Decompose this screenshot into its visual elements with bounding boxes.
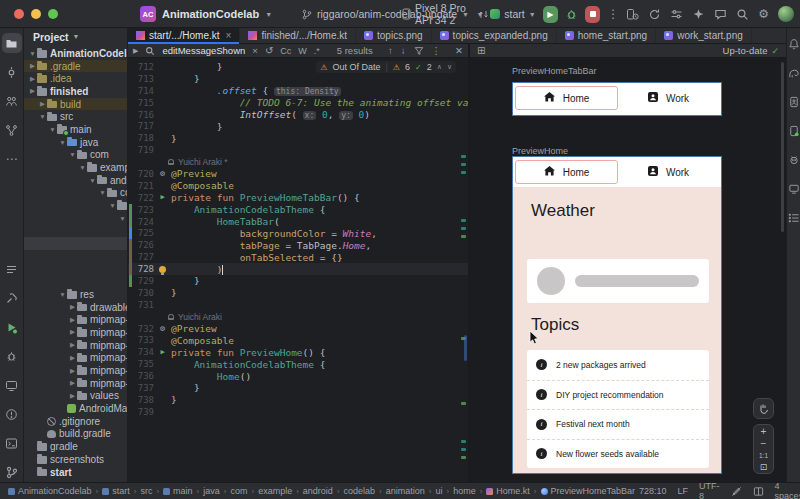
breadcrumb-item[interactable]: Home.kt xyxy=(486,486,530,496)
running-devices-tool-icon[interactable] xyxy=(2,375,22,395)
tree-item-animation[interactable]: ▼animation xyxy=(24,199,127,212)
search-icon[interactable] xyxy=(736,8,749,21)
git-tool-icon[interactable] xyxy=(2,462,22,482)
zoom-ratio-button[interactable]: 1:1 xyxy=(754,449,773,461)
tree-item-mipmap-xhdpi[interactable]: ▶mipmap-xhdpi xyxy=(24,352,127,365)
preview-scrollbar[interactable] xyxy=(781,62,784,232)
chevron-down-icon[interactable]: ▼ xyxy=(38,113,47,120)
tree-item-home-kt[interactable]: Home.kt xyxy=(24,237,128,250)
tree-item-home[interactable]: ▼home xyxy=(24,225,128,238)
tree-item-android[interactable]: ▼android xyxy=(24,174,127,187)
chevron-right-icon[interactable]: ▶ xyxy=(68,392,77,400)
tree-item--gradle[interactable]: ▶.gradle xyxy=(24,60,127,73)
tree-item-gradle[interactable]: gradle xyxy=(24,440,127,453)
chevron-down-icon[interactable]: ▼ xyxy=(78,164,87,171)
zoom-in-button[interactable]: + xyxy=(754,425,773,437)
next-problem-icon[interactable]: ∨ xyxy=(447,63,452,71)
tree-item-codelab[interactable]: ▼codelab xyxy=(24,187,127,200)
tree-item-start[interactable]: start xyxy=(24,466,127,479)
device-manager-icon[interactable] xyxy=(784,92,800,112)
stripe-mark[interactable] xyxy=(461,219,466,222)
run-button[interactable]: ▶ xyxy=(543,6,558,23)
chevron-down-icon[interactable]: ▼ xyxy=(58,291,67,298)
tree-item-finished[interactable]: ▶finished xyxy=(24,85,127,98)
grid-view-icon[interactable]: ⊞ xyxy=(477,45,485,56)
run-tool-icon[interactable] xyxy=(2,317,22,337)
search-input[interactable]: editMessageShown xyxy=(162,45,245,56)
tree-item-com[interactable]: ▼com xyxy=(24,149,127,162)
stripe-mark[interactable] xyxy=(461,227,466,230)
breadcrumb-item[interactable]: home xyxy=(453,486,476,496)
reader-mode-icon[interactable] xyxy=(753,486,764,497)
chevron-right-icon[interactable]: ▶ xyxy=(68,316,77,324)
breadcrumb-item[interactable]: AnimationCodelab xyxy=(8,486,92,496)
stripe-mark[interactable] xyxy=(461,163,466,166)
chevron-down-icon[interactable]: ▼ xyxy=(68,151,77,158)
code-line-728[interactable]: 728 ) xyxy=(128,263,468,275)
editor-tab[interactable]: home_start.png xyxy=(557,28,657,43)
editor-tab[interactable]: topics_expanded.png xyxy=(432,28,557,43)
chevron-right-icon[interactable]: ▶ xyxy=(38,100,47,108)
code-line-730[interactable]: 730} xyxy=(128,287,468,299)
tree-item-build[interactable]: ▶build xyxy=(24,98,127,111)
editor-tab[interactable]: topics.png xyxy=(356,28,432,43)
breadcrumb-item[interactable]: codelab xyxy=(344,486,376,496)
terminal-tool-icon[interactable] xyxy=(2,433,22,453)
tree-item-build-gradle[interactable]: build.gradle xyxy=(24,428,127,441)
preview-settings-gutter-icon[interactable]: ⚙ xyxy=(156,168,169,179)
close-tab-icon[interactable]: × xyxy=(226,30,232,41)
tree-item-mipmap-xxxhdp[interactable]: ▶mipmap-xxxhdp xyxy=(24,377,127,390)
search-history-icon[interactable]: ↺ xyxy=(265,45,273,56)
pull-requests-tool-icon[interactable] xyxy=(2,91,22,111)
layout-inspector-icon[interactable] xyxy=(670,8,683,21)
chevron-right-icon[interactable]: ▶ xyxy=(68,367,77,375)
indent-config[interactable]: 4 spaces xyxy=(775,481,800,499)
chevron-down-icon[interactable]: ▼ xyxy=(28,50,37,57)
run-preview-gutter-icon[interactable]: ▶ xyxy=(156,347,169,358)
tree-item[interactable] xyxy=(24,250,128,263)
app-quality-insights-icon[interactable] xyxy=(784,150,800,170)
code-line-729[interactable]: 729 } xyxy=(128,275,468,287)
zoom-fit-button[interactable]: ⊡ xyxy=(754,461,773,473)
chevron-down-icon[interactable]: ▼ xyxy=(98,189,107,196)
close-search-icon[interactable]: ✕ xyxy=(455,45,463,56)
gradle-tool-icon[interactable] xyxy=(784,63,800,83)
tree-item-values[interactable]: ▶values xyxy=(24,390,127,403)
match-case-toggle[interactable]: Cc xyxy=(280,46,291,56)
minimize-window-button[interactable] xyxy=(31,9,41,19)
run-config-selector[interactable]: start ▼ xyxy=(490,8,535,20)
code-line-736[interactable]: 736 Home() xyxy=(128,370,468,382)
close-window-button[interactable] xyxy=(14,9,24,19)
expand-search-icon[interactable]: ▶ xyxy=(133,47,138,55)
regex-toggle[interactable]: .* xyxy=(314,46,320,56)
run-preview-gutter-icon[interactable]: ▶ xyxy=(156,192,169,203)
structure-tool-icon[interactable] xyxy=(2,120,22,140)
filter-icon[interactable] xyxy=(414,46,424,56)
stripe-mark[interactable] xyxy=(461,235,466,238)
next-occurrence-icon[interactable]: ↓ xyxy=(401,45,406,56)
settings-gear-icon[interactable]: ⚙ xyxy=(758,8,769,20)
code-line-715[interactable]: 715 // TODO 6-7: Use the animating offse… xyxy=(128,97,468,109)
structure-list-icon[interactable] xyxy=(784,208,800,228)
author-hint[interactable]: Yuichi Araki xyxy=(128,311,468,323)
tree-item-src[interactable]: ▼src xyxy=(24,110,127,123)
code-line-723[interactable]: 723 AnimationCodelabTheme { xyxy=(128,204,468,216)
preview-home-frame[interactable]: Home Work Weather Topics i2 new packages… xyxy=(512,156,722,474)
feedback-icon[interactable] xyxy=(714,8,727,21)
commit-tool-icon[interactable] xyxy=(2,62,22,82)
chevron-right-icon[interactable]: ▶ xyxy=(28,75,37,83)
code-line-718[interactable]: 718} xyxy=(128,132,468,144)
tree-item[interactable] xyxy=(24,275,127,288)
pan-button[interactable] xyxy=(753,398,774,419)
breadcrumb-item[interactable]: src xyxy=(140,486,152,496)
tree-item-drawable[interactable]: ▶drawable xyxy=(24,301,127,314)
build-tool-icon[interactable] xyxy=(2,288,22,308)
debug-tool-icon[interactable] xyxy=(2,346,22,366)
project-selector[interactable]: AC AnimationCodelab ▼ xyxy=(140,0,272,28)
editor-tab[interactable]: finished/.../Home.kt xyxy=(240,28,356,43)
zoom-window-button[interactable] xyxy=(48,9,58,19)
breadcrumb-item[interactable]: example xyxy=(258,486,292,496)
code-line-717[interactable]: 717 } xyxy=(128,120,468,132)
breadcrumb-item[interactable]: main xyxy=(163,486,193,496)
zoom-out-button[interactable]: − xyxy=(754,437,773,449)
